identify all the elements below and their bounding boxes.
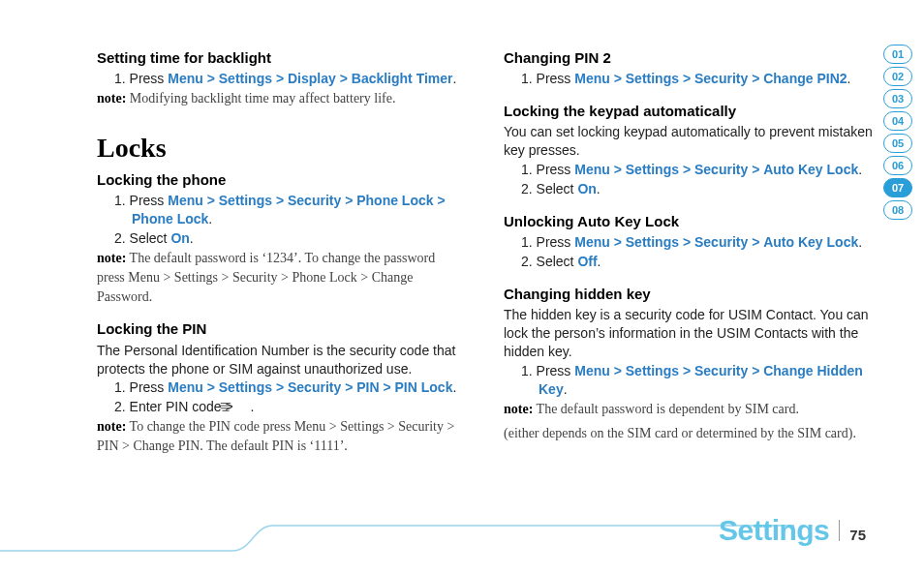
- step: 1. Press Menu > Settings > Display > Bac…: [97, 70, 465, 88]
- menu-path-item: Security: [398, 419, 444, 434]
- menu-path-item: PIN: [356, 379, 379, 395]
- note: note: The default password is ‘1234’. To…: [97, 249, 465, 307]
- heading-unlock-auto: Unlocking Auto Key Lock: [504, 212, 881, 231]
- path-sep: >: [345, 193, 353, 208]
- step-text: 1. Press: [114, 71, 168, 86]
- menu-path-item: Phone Lock: [292, 270, 356, 285]
- step-text: 1. Press: [114, 193, 168, 208]
- step: 2. Select On.: [504, 180, 881, 198]
- menu-path-item: Security: [232, 270, 278, 285]
- right-column: Changing PIN 2 1. Press Menu > Settings …: [504, 48, 881, 457]
- chapter-tab-02[interactable]: 02: [883, 67, 912, 86]
- menu-path-item: Menu: [168, 379, 203, 395]
- menu-path-item: Security: [288, 379, 341, 395]
- heading-lock-phone: Locking the phone: [97, 170, 465, 190]
- note-body: Modifying backlight time may affect batt…: [126, 91, 395, 106]
- step: 1. Press Menu > Settings > Security > Au…: [504, 161, 881, 179]
- menu-path-item: Settings: [219, 379, 272, 395]
- step-text: 2. Select: [521, 181, 577, 196]
- step-text: 2. Select: [521, 254, 577, 269]
- extra-note: (either depends on the SIM card or deter…: [504, 425, 881, 443]
- heading-change-pin2: Changing PIN 2: [504, 48, 881, 68]
- heading-hidden-key: Changing hidden key: [504, 285, 881, 304]
- menu-path-item: Security: [694, 363, 748, 378]
- menu-path-item: Auto Key Lock: [763, 162, 858, 177]
- step: 2. Select Off.: [504, 253, 881, 271]
- menu-path-item: Menu: [574, 162, 610, 177]
- heading-lock-keypad: Locking the keypad automatically: [504, 102, 881, 121]
- menu-path-item: Change PIN2: [763, 71, 847, 86]
- step-text: 1. Press: [521, 71, 574, 86]
- menu-path-item: Settings: [219, 71, 272, 86]
- chapter-tab-05[interactable]: 05: [883, 134, 912, 153]
- page-footer: Settings 75: [719, 514, 866, 547]
- step: 1. Press Menu > Settings > Security > Ch…: [504, 362, 881, 399]
- footer-divider: [839, 520, 840, 541]
- menu-path-item: Menu: [574, 363, 610, 378]
- menu-path-item: Settings: [174, 270, 218, 285]
- path-sep: >: [752, 363, 759, 378]
- path-sep: >: [752, 234, 759, 250]
- footer-page-number: 75: [849, 527, 866, 543]
- menu-path-item: PIN: [97, 438, 119, 453]
- menu-path-item: Security: [694, 162, 748, 177]
- path-sep: >: [683, 71, 691, 86]
- note-label: note:: [97, 419, 126, 434]
- note: note: To change the PIN code press Menu …: [97, 417, 465, 456]
- step-text: 1. Press: [521, 363, 574, 378]
- path-sep: >: [345, 379, 353, 395]
- menu-path-item: Settings: [626, 363, 679, 378]
- step: 1. Press Menu > Settings > Security > PI…: [97, 378, 465, 397]
- path-sep: >: [683, 363, 691, 378]
- path-sep: >: [276, 379, 284, 395]
- menu-path-item: Security: [694, 71, 748, 86]
- menu-path-item: Backlight Timer: [352, 71, 453, 86]
- note-body: The default password is dependent by SIM…: [533, 402, 799, 416]
- path-sep: >: [683, 234, 691, 250]
- intro-text: The Personal Identification Number is th…: [97, 342, 465, 378]
- step-text: 1. Press: [521, 234, 574, 250]
- menu-path-item: PIN Lock: [395, 379, 453, 395]
- chapter-tab-04[interactable]: 04: [883, 111, 912, 131]
- note-label: note:: [97, 91, 126, 106]
- path-sep: >: [614, 363, 622, 378]
- intro-text: You can set locking keypad automatically…: [504, 123, 881, 160]
- footer-section-title: Settings: [719, 514, 829, 547]
- menu-path-item: Menu: [168, 193, 203, 208]
- step-text: 1. Press: [114, 379, 168, 395]
- footer-swoosh: [0, 514, 794, 553]
- chapter-tab-07[interactable]: 07: [883, 178, 912, 197]
- menu-value-on: On: [170, 230, 189, 246]
- chapter-tabs: 01 02 03 04 05 06 07 08: [883, 45, 912, 220]
- path-sep: >: [614, 162, 622, 177]
- note-label: note:: [97, 251, 126, 265]
- menu-path-item: Menu: [128, 270, 160, 285]
- menu-value-off: Off: [577, 254, 597, 269]
- step: 1. Press Menu > Settings > Security > Ph…: [97, 192, 465, 228]
- note: note: The default password is dependent …: [504, 400, 881, 419]
- intro-text: The hidden key is a security code for US…: [504, 306, 881, 361]
- menu-path-item: Phone Lock: [132, 211, 208, 227]
- chapter-tab-06[interactable]: 06: [883, 156, 912, 175]
- path-sep: >: [614, 234, 622, 250]
- menu-path-item: Settings: [626, 162, 679, 177]
- path-sep: >: [207, 71, 215, 86]
- note-body: To change the PIN code press: [126, 419, 293, 434]
- step: 2. Select On.: [97, 229, 465, 248]
- path-sep: >: [207, 379, 215, 395]
- menu-path-item: Menu: [294, 419, 326, 434]
- menu-path-item: Security: [694, 234, 748, 250]
- menu-path-item: Menu: [574, 71, 610, 86]
- path-sep: >: [752, 162, 759, 177]
- chapter-tab-08[interactable]: 08: [883, 200, 912, 220]
- note: note: Modifying backlight time may affec…: [97, 89, 465, 108]
- path-sep: >: [383, 379, 390, 395]
- step-text: 2. Select: [114, 230, 170, 246]
- chapter-tab-03[interactable]: 03: [883, 89, 912, 108]
- step-text: 1. Press: [521, 162, 574, 177]
- menu-path-item: Menu: [574, 234, 610, 250]
- menu-path-item: Security: [288, 193, 341, 208]
- note-body: .: [149, 289, 153, 304]
- menu-path-item: Menu: [168, 71, 203, 86]
- chapter-tab-01[interactable]: 01: [883, 45, 912, 64]
